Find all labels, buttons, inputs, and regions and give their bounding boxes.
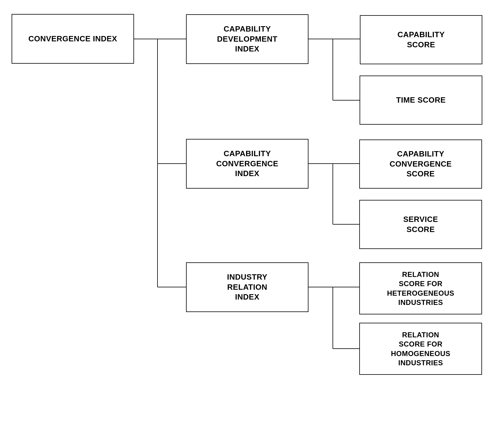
relation-score-homo-node: RELATIONSCORE FORHOMOGENEOUSINDUSTRIES <box>359 323 482 375</box>
capability-score-node: CAPABILITYSCORE <box>360 15 482 64</box>
time-score-node: TIME SCORE <box>360 76 482 125</box>
industry-relation-index-node: INDUSTRYRELATIONINDEX <box>186 262 308 312</box>
service-score-node: SERVICESCORE <box>359 200 482 249</box>
capability-convergence-score-node: CAPABILITYCONVERGENCESCORE <box>359 140 482 189</box>
capability-convergence-index-node: CAPABILITYCONVERGENCEINDEX <box>186 139 308 189</box>
capability-development-index-node: CAPABILITYDEVELOPMENTINDEX <box>186 14 308 64</box>
convergence-index-node: CONVERGENCE INDEX <box>12 14 134 64</box>
diagram-container: CONVERGENCE INDEX CAPABILITYDEVELOPMENTI… <box>0 0 504 434</box>
relation-score-hetero-node: RELATIONSCORE FORHETEROGENEOUSINDUSTRIES <box>359 262 482 314</box>
